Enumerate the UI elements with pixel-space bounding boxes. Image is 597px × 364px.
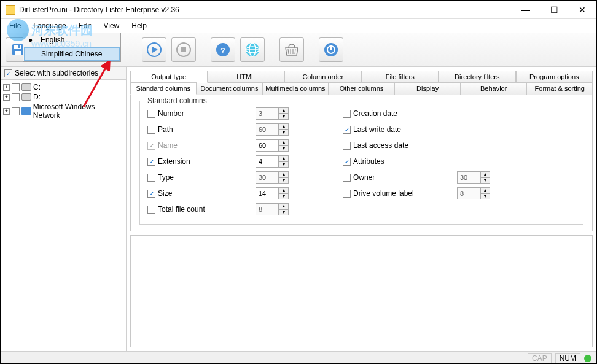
tab-display[interactable]: Display [394, 82, 461, 95]
svg-rect-7 [181, 47, 186, 52]
spin-size[interactable]: ▲▼ [256, 187, 290, 199]
chk-last-write[interactable]: Last write date [343, 125, 447, 134]
directory-tree: + C: + D: + Microsoft Windows Network [1, 80, 126, 123]
stop-button[interactable] [171, 37, 196, 62]
check-icon: ● [28, 36, 33, 44]
tab-standard-columns[interactable]: Standard columns [130, 82, 197, 95]
checkbox-icon[interactable] [12, 83, 20, 91]
basket-button[interactable] [279, 37, 304, 62]
lang-english-label: English [41, 36, 64, 44]
help-icon: ? [216, 42, 230, 57]
chk-creation-date[interactable]: Creation date [343, 109, 447, 118]
chk-last-access[interactable]: Last access date [343, 141, 447, 150]
menu-file[interactable]: File [4, 20, 26, 31]
svg-line-17 [295, 49, 295, 54]
expand-icon[interactable]: + [3, 108, 10, 115]
options-panel: Output type HTML Column order File filte… [127, 67, 596, 351]
status-indicator-icon [584, 355, 591, 362]
chk-total[interactable]: Total file count [147, 205, 246, 214]
close-button[interactable]: ✕ [568, 1, 596, 18]
chk-number[interactable]: Number [147, 109, 246, 118]
web-button[interactable] [240, 37, 265, 62]
directory-tree-panel: Select with subdirectories + C: + D: + M… [1, 67, 127, 351]
power-icon [324, 42, 338, 57]
checkbox-icon[interactable] [12, 93, 20, 101]
tab-file-filters[interactable]: File filters [362, 71, 439, 83]
tab-output-type[interactable]: Output type [130, 71, 208, 83]
lang-english[interactable]: ● English [23, 33, 120, 47]
globe-icon [245, 42, 260, 57]
spin-owner[interactable]: ▲▼ [457, 171, 491, 184]
checkbox-icon[interactable] [12, 107, 20, 115]
svg-text:?: ? [220, 47, 225, 55]
chk-extension[interactable]: Extension [147, 157, 246, 166]
chk-type[interactable]: Type [147, 173, 246, 182]
tab-program-options[interactable]: Program options [516, 71, 593, 83]
svg-marker-5 [152, 47, 158, 53]
svg-rect-2 [15, 51, 21, 55]
tabs-secondary: Standard columns Document columns Multim… [130, 82, 593, 95]
spin-number[interactable]: ▲▼ [256, 107, 290, 120]
app-icon [6, 5, 15, 15]
chk-owner[interactable]: Owner [343, 173, 447, 182]
minimize-button[interactable]: — [512, 1, 540, 18]
tab-other-columns[interactable]: Other columns [329, 82, 395, 95]
power-button[interactable] [319, 37, 343, 62]
menu-edit[interactable]: Edit [74, 20, 96, 31]
expand-icon[interactable]: + [3, 84, 10, 91]
tab-behavior[interactable]: Behavior [461, 82, 527, 95]
spin-name[interactable]: ▲▼ [256, 139, 290, 152]
standard-columns-group: Standard columns Number ▲▼ Creation date… [139, 101, 583, 225]
svg-rect-3 [18, 45, 20, 48]
tab-directory-filters[interactable]: Directory filters [439, 71, 516, 83]
window-title: DirListerPro.ini - Directory Lister Ente… [19, 6, 512, 14]
statusbar: CAP NUM [1, 351, 596, 364]
tree-node-network[interactable]: + Microsoft Windows Network [3, 102, 123, 120]
tab-html[interactable]: HTML [208, 71, 285, 83]
play-button[interactable] [142, 37, 166, 62]
chk-name: Name [147, 141, 246, 150]
spin-volume[interactable]: ▲▼ [457, 187, 491, 199]
basket-icon [284, 43, 300, 56]
chk-size[interactable]: Size [147, 189, 246, 198]
tab-content: Standard columns Number ▲▼ Creation date… [130, 94, 593, 231]
tree-label: C: [33, 83, 41, 91]
tree-label: Microsoft Windows Network [33, 103, 123, 120]
tab-format-sorting[interactable]: Format & sorting [526, 82, 593, 95]
svg-line-14 [288, 49, 289, 54]
tree-label: D: [33, 93, 41, 101]
play-icon [147, 42, 162, 57]
network-icon [21, 107, 31, 115]
tab-multimedia-columns[interactable]: Multimedia columns [262, 82, 329, 95]
drive-icon [21, 93, 31, 101]
menu-view[interactable]: View [98, 20, 124, 31]
drive-icon [21, 83, 31, 91]
spin-type[interactable]: ▲▼ [256, 171, 290, 184]
lang-chinese[interactable]: Simplified Chinese [24, 47, 120, 61]
lang-chinese-label: Simplified Chinese [41, 50, 102, 58]
select-subdirs-checkbox[interactable]: Select with subdirectories [1, 67, 126, 80]
menu-language[interactable]: Language [28, 20, 71, 31]
chk-volume[interactable]: Drive volume label [343, 189, 447, 198]
select-subdirs-label: Select with subdirectories [15, 69, 98, 77]
menu-help[interactable]: Help [127, 20, 152, 31]
titlebar: DirListerPro.ini - Directory Lister Ente… [1, 1, 596, 19]
tree-node-c[interactable]: + C: [3, 82, 123, 92]
expand-icon[interactable]: + [3, 94, 10, 101]
spin-total[interactable]: ▲▼ [256, 203, 290, 215]
maximize-button[interactable]: ☐ [540, 1, 568, 18]
checkbox-icon [4, 69, 12, 77]
help-button[interactable]: ? [211, 37, 235, 62]
tab-document-columns[interactable]: Document columns [197, 82, 263, 95]
output-preview [130, 235, 593, 347]
spin-extension[interactable]: ▲▼ [256, 155, 290, 168]
tab-column-order[interactable]: Column order [284, 71, 362, 83]
chk-attributes[interactable]: Attributes [343, 157, 447, 166]
tree-node-d[interactable]: + D: [3, 92, 123, 102]
tabs-primary: Output type HTML Column order File filte… [130, 71, 593, 83]
status-num: NUM [555, 353, 580, 364]
chk-path[interactable]: Path [147, 125, 246, 134]
spin-path[interactable]: ▲▼ [256, 123, 290, 136]
stop-icon [176, 42, 191, 57]
fieldset-label: Standard columns [145, 96, 209, 105]
